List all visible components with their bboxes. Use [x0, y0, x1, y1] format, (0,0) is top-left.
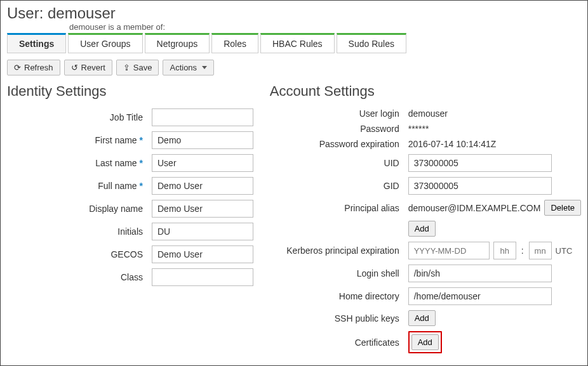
- label-user-login: User login: [270, 108, 408, 119]
- input-login-shell[interactable]: [408, 265, 552, 282]
- account-section-title: Account Settings: [270, 83, 581, 100]
- revert-label: Revert: [81, 63, 105, 72]
- label-class: Class: [7, 272, 152, 282]
- add-ssh-key-button[interactable]: Add: [408, 310, 436, 326]
- save-button[interactable]: ⇪ Save: [116, 60, 159, 75]
- input-krb-mn[interactable]: [529, 242, 552, 259]
- tab-settings[interactable]: Settings: [7, 33, 66, 53]
- label-initials: Initials: [7, 226, 152, 237]
- label-login-shell: Login shell: [270, 268, 408, 278]
- title-prefix: User:: [7, 4, 48, 22]
- tab-roles[interactable]: Roles: [211, 33, 258, 53]
- tab-bar: Settings User Groups Netgroups Roles HBA…: [7, 33, 581, 53]
- tab-netgroups[interactable]: Netgroups: [145, 33, 210, 53]
- label-display-name: Display name: [7, 204, 152, 214]
- label-gid: GID: [270, 181, 408, 191]
- time-colon: :: [520, 245, 525, 256]
- page-title: User: demouser: [7, 4, 581, 22]
- input-job-title[interactable]: [152, 108, 253, 126]
- value-password-expiration: 2016-07-14 10:14:41Z: [408, 139, 497, 149]
- input-last-name[interactable]: [152, 154, 253, 172]
- refresh-label: Refresh: [24, 63, 53, 72]
- account-settings-section: Account Settings User login demouser Pas…: [270, 83, 581, 358]
- label-gecos: GECOS: [7, 249, 152, 259]
- title-username: demouser: [48, 4, 116, 22]
- input-gecos[interactable]: [152, 245, 253, 263]
- required-marker: *: [140, 135, 143, 145]
- save-label: Save: [133, 63, 152, 72]
- label-password-expiration: Password expiration: [270, 139, 408, 149]
- identity-section-title: Identity Settings: [7, 83, 264, 100]
- label-kerberos-exp: Kerberos principal expiration: [270, 245, 408, 256]
- delete-alias-button[interactable]: Delete: [544, 200, 581, 216]
- input-initials[interactable]: [152, 223, 253, 240]
- actions-button[interactable]: Actions: [163, 60, 214, 75]
- add-alias-button[interactable]: Add: [408, 221, 436, 237]
- input-krb-date[interactable]: [408, 242, 490, 259]
- label-job-title: Job Title: [7, 112, 152, 122]
- label-last-name: Last name *: [7, 158, 152, 168]
- required-marker: *: [140, 181, 143, 191]
- refresh-button[interactable]: ⟳ Refresh: [7, 60, 60, 75]
- tab-user-groups[interactable]: User Groups: [68, 33, 142, 53]
- label-certificates: Certificates: [270, 337, 408, 348]
- input-gid[interactable]: [408, 177, 552, 195]
- required-marker: *: [140, 158, 143, 168]
- utc-label: UTC: [556, 246, 573, 256]
- tab-sudo-rules[interactable]: Sudo Rules: [337, 33, 406, 53]
- identity-settings-section: Identity Settings Job Title First name *…: [7, 83, 264, 358]
- actions-label: Actions: [170, 63, 197, 72]
- revert-button[interactable]: ↺ Revert: [64, 60, 112, 75]
- input-uid[interactable]: [408, 154, 552, 172]
- input-full-name[interactable]: [152, 177, 253, 195]
- input-class[interactable]: [152, 268, 253, 286]
- toolbar: ⟳ Refresh ↺ Revert ⇪ Save Actions: [7, 60, 581, 75]
- label-uid: UID: [270, 158, 408, 168]
- value-principal-alias: demouser@IDM.EXAMPLE.COM: [408, 203, 541, 213]
- label-full-name: Full name *: [7, 181, 152, 191]
- value-user-login: demouser: [408, 108, 448, 119]
- revert-icon: ↺: [71, 63, 78, 72]
- tab-hbac-rules[interactable]: HBAC Rules: [260, 33, 335, 53]
- label-password: Password: [270, 124, 408, 134]
- label-home-dir: Home directory: [270, 291, 408, 301]
- label-first-name: First name *: [7, 135, 152, 145]
- label-principal-alias: Principal alias: [270, 203, 408, 213]
- member-of-label: demouser is a member of:: [69, 22, 581, 32]
- input-first-name[interactable]: [152, 131, 253, 149]
- add-certificate-button[interactable]: Add: [411, 334, 439, 350]
- value-password: ******: [408, 124, 429, 134]
- chevron-down-icon: [202, 66, 207, 69]
- certificates-add-highlight: Add: [408, 331, 442, 353]
- label-ssh-keys: SSH public keys: [270, 313, 408, 324]
- upload-icon: ⇪: [123, 63, 130, 72]
- input-display-name[interactable]: [152, 200, 253, 218]
- refresh-icon: ⟳: [14, 63, 21, 72]
- input-home-dir[interactable]: [408, 287, 552, 305]
- input-krb-hh[interactable]: [493, 242, 516, 259]
